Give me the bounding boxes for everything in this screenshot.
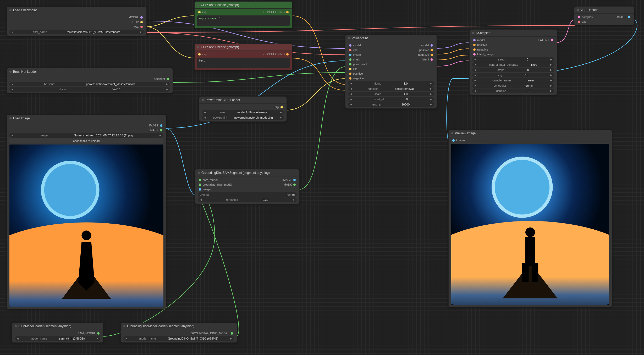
widget-function[interactable]: ◀functionobject removal▶	[348, 86, 434, 91]
node-brushnet-loader[interactable]: BrushNet Loader brushnet ◀brushnetpowerp…	[7, 68, 173, 93]
widget-denoise[interactable]: ◀denoise1.0▶	[472, 88, 554, 93]
arrow-left-icon[interactable]: ◀	[12, 31, 13, 33]
output-positive[interactable]: positive	[417, 48, 435, 52]
node-graph-canvas[interactable]: Load Checkpoint MODEL CLIP VAE ◀ckpt_nam…	[0, 0, 644, 355]
arrow-right-icon[interactable]: ▶	[550, 63, 552, 66]
widget-prompt[interactable]: prompthuman	[198, 192, 297, 197]
node-load-checkpoint[interactable]: Load Checkpoint MODEL CLIP VAE ◀ckpt_nam…	[7, 7, 147, 36]
arrow-left-icon[interactable]: ◀	[17, 337, 19, 340]
arrow-left-icon[interactable]: ◀	[12, 83, 13, 85]
node-powerpaint[interactable]: PowerPaint modelmodel vaepositive imagen…	[345, 35, 437, 109]
arrow-left-icon[interactable]: ◀	[474, 74, 476, 76]
output-image[interactable]: IMAGE	[280, 178, 298, 182]
arrow-right-icon[interactable]: ▶	[230, 337, 232, 340]
node-vae-decode[interactable]: VAE Decode samplesIMAGE vae	[574, 6, 634, 25]
input-latent-image[interactable]: latent_image	[471, 52, 555, 57]
arrow-left-icon[interactable]: ◀	[350, 103, 352, 106]
output-image[interactable]: IMAGE	[615, 15, 632, 19]
widget-powerpaint[interactable]: ◀powerpaintpowerpaint/pytorch_model.bin▶	[202, 115, 284, 120]
input-model[interactable]: model	[347, 43, 363, 48]
output-negative[interactable]: negative	[416, 52, 435, 57]
output-sam-model[interactable]: SAM_MODEL	[14, 331, 102, 336]
input-positive[interactable]: positive	[347, 71, 435, 76]
output-latent[interactable]: latent	[420, 57, 435, 62]
output-latent[interactable]: LATENT	[536, 38, 555, 42]
arrow-right-icon[interactable]: ▶	[550, 90, 552, 92]
output-conditioning[interactable]: CONDITIONING	[261, 10, 291, 14]
input-image[interactable]: image	[347, 52, 363, 57]
arrow-left-icon[interactable]: ◀	[350, 87, 352, 90]
input-vae[interactable]: vae	[576, 19, 632, 24]
widget-scheduler[interactable]: ◀schedulernormal▶	[472, 83, 554, 88]
widget-steps[interactable]: ◀steps20▶	[472, 68, 554, 72]
input-model[interactable]: model	[471, 38, 487, 42]
output-brushnet[interactable]: brushnet	[8, 76, 171, 81]
node-title[interactable]: PowerPaint	[345, 35, 437, 42]
node-sam-model-loader[interactable]: SAMModelLoader (segment anything) SAM_MO…	[12, 323, 103, 343]
arrow-right-icon[interactable]: ▶	[97, 337, 98, 340]
widget-control-after-generate[interactable]: ◀control_after_generatefixed▶	[472, 62, 554, 67]
output-clip[interactable]: CLIP	[8, 20, 145, 24]
output-grounding-dino-model[interactable]: GROUNDING_DINO_MODEL	[122, 331, 235, 336]
widget-ckpt-name[interactable]: ◀ckpt_namerealisticVisionV60B1_v51VAE.sa…	[9, 30, 144, 34]
arrow-left-icon[interactable]: ◀	[474, 84, 476, 87]
arrow-right-icon[interactable]: ▶	[430, 103, 432, 106]
node-title[interactable]: VAE Decode	[574, 7, 634, 14]
widget-dtype[interactable]: ◀dtypefloat16▶	[9, 87, 170, 92]
widget-scale[interactable]: ◀scale1.0▶	[348, 92, 434, 96]
arrow-left-icon[interactable]: ◀	[204, 111, 206, 114]
node-powerpaint-clip-loader[interactable]: PowerPaint CLIP Loader clip ◀basemodel.f…	[199, 96, 287, 122]
arrow-left-icon[interactable]: ◀	[12, 88, 13, 91]
arrow-left-icon[interactable]: ◀	[350, 82, 352, 85]
arrow-right-icon[interactable]: ▶	[430, 82, 432, 85]
widget-end-at[interactable]: ◀end_at10000▶	[348, 102, 434, 107]
input-sam-model[interactable]: sam_model	[197, 178, 220, 182]
arrow-right-icon[interactable]: ▶	[550, 79, 552, 82]
output-model[interactable]: model	[419, 43, 435, 48]
widget-base[interactable]: ◀basemodel.fp16.safetensors▶	[202, 110, 284, 115]
node-title[interactable]: Load Checkpoint	[7, 7, 146, 14]
node-title[interactable]: PowerPaint CLIP Loader	[199, 97, 287, 104]
arrow-right-icon[interactable]: ▶	[430, 93, 432, 95]
arrow-right-icon[interactable]: ▶	[430, 87, 432, 90]
arrow-left-icon[interactable]: ◀	[474, 90, 476, 92]
arrow-right-icon[interactable]: ▶	[140, 31, 142, 33]
arrow-left-icon[interactable]: ◀	[12, 134, 13, 137]
arrow-left-icon[interactable]: ◀	[350, 93, 352, 95]
output-model[interactable]: MODEL	[8, 15, 145, 20]
widget-brushnet[interactable]: ◀brushnetpowerpaint/powerpaint_v2.safete…	[9, 82, 170, 86]
input-negative[interactable]: negative	[347, 76, 435, 81]
input-samples[interactable]: samples	[576, 15, 595, 19]
arrow-right-icon[interactable]: ▶	[280, 111, 282, 114]
arrow-left-icon[interactable]: ◀	[474, 58, 476, 61]
output-vae[interactable]: VAE	[8, 24, 145, 29]
widget-sampler-name[interactable]: ◀sampler_nameeuler▶	[472, 78, 554, 83]
arrow-right-icon[interactable]: ▶	[293, 198, 295, 201]
arrow-right-icon[interactable]: ▶	[166, 88, 168, 91]
widget-model-name[interactable]: ◀model_namesam_vit_h (2.56GB)▶	[15, 336, 101, 341]
arrow-right-icon[interactable]: ▶	[550, 84, 552, 87]
arrow-left-icon[interactable]: ◀	[125, 337, 127, 340]
input-negative[interactable]: negative	[471, 47, 555, 52]
input-images[interactable]: images	[450, 138, 610, 143]
input-image[interactable]: image	[197, 187, 298, 192]
arrow-right-icon[interactable]: ▶	[166, 83, 168, 85]
input-powerpaint[interactable]: powerpaint	[347, 62, 435, 66]
arrow-right-icon[interactable]: ▶	[550, 58, 552, 61]
prompt-text[interactable]: text	[197, 58, 290, 68]
widget-fitting[interactable]: ◀fitting1.0▶	[348, 81, 434, 86]
widget-start-at[interactable]: ◀start_at0▶	[348, 97, 434, 102]
input-grounding-dino-model[interactable]: grounding_dino_model	[197, 182, 234, 187]
input-mask[interactable]: mask	[347, 57, 362, 62]
node-preview-image[interactable]: Preview Image images	[448, 130, 612, 307]
input-clip[interactable]: clip	[347, 66, 435, 71]
arrow-left-icon[interactable]: ◀	[204, 116, 206, 119]
node-title[interactable]: Preview Image	[449, 130, 612, 137]
arrow-right-icon[interactable]: ▶	[550, 74, 552, 76]
widget-seed[interactable]: ◀seed0▶	[472, 57, 554, 62]
input-positive[interactable]: positive	[471, 42, 555, 47]
output-conditioning[interactable]: CONDITIONING	[261, 52, 291, 57]
node-clip-encode-positive[interactable]: CLIP Text Encode (Prompt) clip CONDITION…	[194, 1, 293, 28]
arrow-left-icon[interactable]: ◀	[474, 79, 476, 82]
node-title[interactable]: GroundingDinoModelLoader (segment anythi…	[121, 323, 237, 330]
